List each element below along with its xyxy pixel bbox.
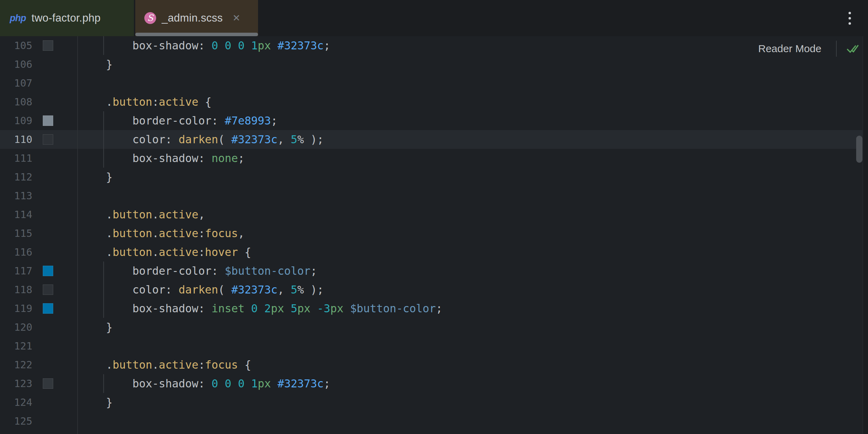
line-number: 125 — [0, 412, 32, 431]
code-text: .button.active, — [80, 205, 205, 224]
code-line[interactable]: 114 .button.active, — [0, 205, 863, 224]
color-preview-swatch[interactable] — [43, 284, 53, 295]
code-line[interactable]: 121 — [0, 337, 863, 355]
line-number: 124 — [0, 393, 32, 412]
line-number: 122 — [0, 355, 32, 374]
code-text: } — [80, 393, 113, 412]
code-line[interactable]: 106 } — [0, 55, 863, 74]
color-preview-swatch[interactable] — [43, 378, 53, 389]
code-text: border-color: $button-color; — [80, 262, 317, 280]
kebab-menu-icon[interactable] — [846, 9, 853, 27]
code-line[interactable]: 117 border-color: $button-color; — [0, 262, 863, 280]
code-text: .button.active:hover { — [80, 243, 251, 262]
code-text: color: darken( #32373c, 5% ); — [80, 280, 324, 299]
code-text: color: darken( #32373c, 5% ); — [80, 130, 324, 149]
line-number: 119 — [0, 299, 32, 318]
reader-mode-widget[interactable]: Reader Mode — [758, 40, 860, 58]
color-preview-swatch[interactable] — [43, 266, 53, 276]
line-number: 123 — [0, 374, 32, 393]
code-text: .button:active { — [80, 93, 211, 111]
code-line[interactable]: 118 color: darken( #32373c, 5% ); — [0, 280, 863, 299]
color-preview-swatch[interactable] — [43, 134, 53, 145]
php-file-icon: php — [10, 13, 26, 24]
line-number: 114 — [0, 205, 32, 224]
line-number: 112 — [0, 168, 32, 186]
code-line[interactable]: 109 border-color: #7e8993; — [0, 111, 863, 130]
tab-admin-scss[interactable]: S _admin.scss ✕ — [135, 0, 258, 36]
line-number: 113 — [0, 186, 32, 205]
editor-tab-bar: php two-factor.php S _admin.scss ✕ — [0, 0, 868, 36]
code-line[interactable]: 115 .button.active:focus, — [0, 224, 863, 243]
code-line[interactable]: 105 box-shadow: 0 0 0 1px #32373c; — [0, 36, 863, 55]
color-preview-swatch[interactable] — [43, 303, 53, 314]
code-lines: 105 box-shadow: 0 0 0 1px #32373c;106 }1… — [0, 36, 863, 431]
code-line[interactable]: 116 .button.active:hover { — [0, 243, 863, 262]
tab-label: _admin.scss — [162, 12, 223, 24]
inspections-ok-icon[interactable] — [845, 41, 860, 56]
code-line[interactable]: 124 } — [0, 393, 863, 412]
color-preview-swatch[interactable] — [43, 115, 53, 126]
line-number: 106 — [0, 55, 32, 74]
code-line[interactable]: 123 box-shadow: 0 0 0 1px #32373c; — [0, 374, 863, 393]
code-line[interactable]: 111 box-shadow: none; — [0, 149, 863, 168]
line-number: 115 — [0, 224, 32, 243]
tab-label: two-factor.php — [31, 12, 101, 24]
code-line[interactable]: 113 — [0, 186, 863, 205]
code-text: box-shadow: 0 0 0 1px #32373c; — [80, 374, 330, 393]
code-text: } — [80, 318, 113, 337]
active-tab-underline — [135, 33, 258, 36]
scrollbar-thumb[interactable] — [856, 136, 862, 163]
code-line[interactable]: 125 — [0, 412, 863, 431]
code-text: box-shadow: 0 0 0 1px #32373c; — [80, 36, 330, 55]
line-number: 110 — [0, 130, 32, 149]
line-number: 117 — [0, 262, 32, 280]
code-text: box-shadow: inset 0 2px 5px -3px $button… — [80, 299, 442, 318]
color-preview-swatch[interactable] — [43, 40, 53, 51]
line-number: 109 — [0, 111, 32, 130]
line-number: 118 — [0, 280, 32, 299]
code-text: .button.active:focus { — [80, 355, 251, 374]
code-line[interactable]: 112 } — [0, 168, 863, 186]
ide-window: php two-factor.php S _admin.scss ✕ 105 b… — [0, 0, 868, 434]
tab-two-factor-php[interactable]: php two-factor.php — [0, 0, 134, 36]
code-line[interactable]: 108 .button:active { — [0, 93, 863, 111]
code-line[interactable]: 122 .button.active:focus { — [0, 355, 863, 374]
code-line[interactable]: 120 } — [0, 318, 863, 337]
code-line[interactable]: 119 box-shadow: inset 0 2px 5px -3px $bu… — [0, 299, 863, 318]
code-line[interactable]: 107 — [0, 74, 863, 93]
code-text: } — [80, 168, 113, 186]
code-text: .button.active:focus, — [80, 224, 244, 243]
line-number: 111 — [0, 149, 32, 168]
line-number: 108 — [0, 93, 32, 111]
code-text: border-color: #7e8993; — [80, 111, 278, 130]
code-line[interactable]: 110 color: darken( #32373c, 5% ); — [0, 130, 863, 149]
code-text: } — [80, 55, 113, 74]
line-number: 121 — [0, 337, 32, 355]
code-text: box-shadow: none; — [80, 149, 244, 168]
close-icon[interactable]: ✕ — [233, 13, 241, 24]
line-number: 120 — [0, 318, 32, 337]
sass-file-icon: S — [144, 12, 156, 24]
reader-mode-label: Reader Mode — [758, 43, 821, 55]
line-number: 107 — [0, 74, 32, 93]
line-number: 116 — [0, 243, 32, 262]
code-editor[interactable]: 105 box-shadow: 0 0 0 1px #32373c;106 }1… — [0, 36, 868, 434]
line-number: 105 — [0, 36, 32, 55]
scrollbar-track — [862, 36, 868, 434]
widget-divider — [836, 41, 837, 57]
